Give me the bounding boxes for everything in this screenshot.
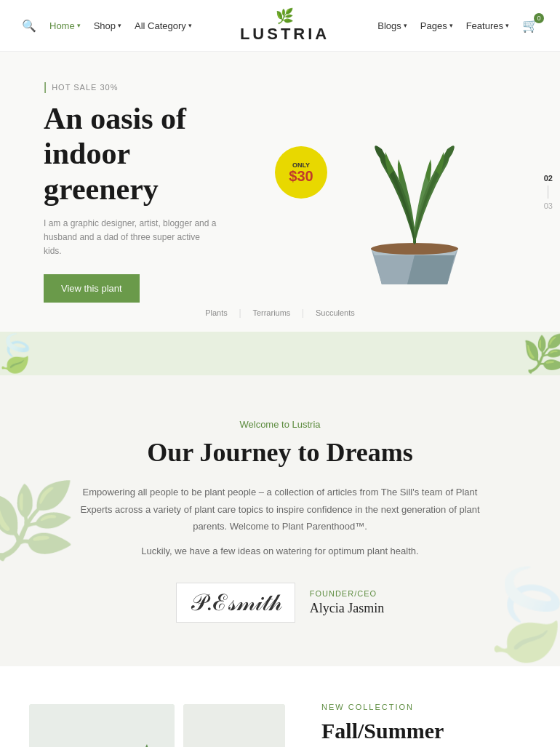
leaf-icon-left: 🍃 (0, 332, 38, 375)
logo-icon: 🌿 (276, 7, 294, 25)
logo[interactable]: 🌿 LUSTRIA (240, 7, 329, 44)
svg-rect-6 (29, 704, 175, 747)
navbar: 🔍 Home ▾ Shop ▾ All Category ▾ 🌿 LUSTRIA… (0, 0, 560, 52)
svg-marker-4 (407, 255, 455, 284)
hero-title: An oasis of indoor greenery (44, 101, 218, 207)
about-subtitle: Welcome to Lustria (58, 419, 502, 430)
slide-total: 03 (544, 201, 553, 210)
founder-role: Founder/CEO (310, 589, 384, 598)
svg-rect-11 (183, 704, 285, 747)
about-section: 🌿 Welcome to Lustria Our Journey to Drea… (0, 375, 560, 666)
chevron-down-icon: ▾ (188, 22, 192, 29)
slide-counter: 02 03 (544, 174, 553, 210)
leaf-decoration-strip: 🍃 🌿 (0, 332, 560, 375)
founder-name: Alycia Jasmin (310, 601, 384, 616)
hero-section: HOT SALE 30% An oasis of indoor greenery… (0, 52, 560, 332)
hero-desc: I am a graphic designer, artist, blogger… (44, 217, 218, 259)
svg-point-5 (371, 243, 458, 255)
hero-tag: HOT SALE 30% (44, 81, 218, 94)
nav-right: Blogs ▾ Pages ▾ Features ▾ 🛒 0 (377, 17, 538, 33)
leaf-icon-right: 🌿 (522, 332, 560, 375)
view-plant-button[interactable]: View this plant (44, 274, 140, 303)
signature-block: 𝒫.ℰ𝓈𝓂𝒾𝓉𝒽 Founder/CEO Alycia Jasmin (58, 583, 502, 623)
about-desc-1: Empowering all people to be plant people… (76, 484, 484, 535)
collection-image-left (29, 704, 175, 747)
slide-divider (548, 185, 548, 199)
nav-left: 🔍 Home ▾ Shop ▾ All Category ▾ (22, 19, 192, 33)
logo-text: LUSTRIA (240, 25, 329, 44)
nav-link-pages[interactable]: Pages ▾ (420, 20, 453, 31)
hero-content: HOT SALE 30% An oasis of indoor greenery… (0, 52, 262, 332)
founder-info: Founder/CEO Alycia Jasmin (310, 589, 384, 616)
slide-current: 02 (544, 174, 553, 183)
search-icon[interactable]: 🔍 (22, 19, 36, 33)
tab-separator-2: | (302, 307, 304, 319)
chevron-down-icon: ▾ (77, 22, 81, 29)
nav-link-category[interactable]: All Category ▾ (135, 20, 192, 31)
chevron-down-icon: ▾ (449, 22, 453, 29)
collection-section: NEW COLLECTION Fall/Summer Terrariums "S… (0, 666, 560, 747)
about-desc-2: Luckily, we have a few ideas on watering… (58, 546, 502, 556)
nav-link-shop[interactable]: Shop ▾ (94, 20, 121, 31)
signature: 𝒫.ℰ𝓈𝓂𝒾𝓉𝒽 (176, 583, 295, 623)
chevron-down-icon: ▾ (505, 22, 509, 29)
hero-plant-image (313, 59, 516, 302)
nav-link-features[interactable]: Features ▾ (466, 20, 509, 31)
about-title: Our Journey to Dreams (58, 437, 502, 468)
cart-badge: 0 (534, 13, 544, 23)
collection-info: NEW COLLECTION Fall/Summer Terrariums "S… (307, 703, 531, 747)
collection-title: Fall/Summer Terrariums (321, 719, 531, 747)
price-badge: ONLY $30 (275, 146, 327, 199)
collection-images (29, 704, 285, 747)
chevron-down-icon: ▾ (118, 22, 121, 29)
hero-tab-succulents[interactable]: Succulents (316, 308, 355, 317)
cart-icon[interactable]: 🛒 0 (522, 17, 538, 33)
price-value: $30 (289, 169, 313, 183)
nav-link-blogs[interactable]: Blogs ▾ (377, 20, 407, 31)
nav-link-home[interactable]: Home ▾ (49, 20, 81, 31)
collection-image-right (183, 704, 285, 747)
collection-tag: NEW COLLECTION (321, 703, 531, 711)
chevron-down-icon: ▾ (404, 22, 407, 29)
